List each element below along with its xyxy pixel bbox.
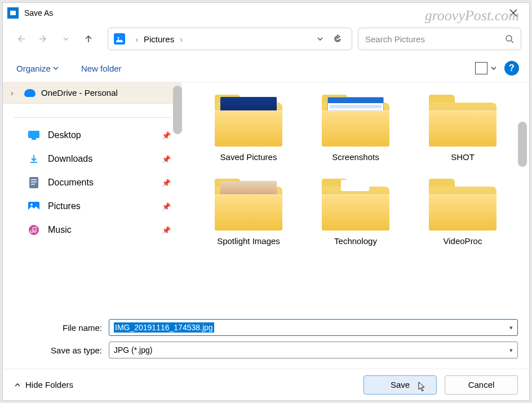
cancel-label: Cancel: [468, 380, 495, 389]
folder-saved-pictures[interactable]: Saved Pictures: [198, 92, 299, 162]
folder-technology[interactable]: Technology: [305, 176, 406, 246]
folder-label: SHOT: [451, 152, 475, 162]
chevron-right-icon: ›: [11, 88, 19, 98]
savetype-label: Save as type:: [14, 346, 109, 355]
chevron-down-icon[interactable]: ▾: [509, 324, 513, 331]
path-dropdown[interactable]: [311, 36, 329, 42]
pin-icon: 📌: [162, 179, 171, 187]
divider: [14, 117, 171, 118]
pictures-icon: [28, 200, 40, 212]
svg-rect-9: [31, 181, 37, 183]
chevron-right-icon: ›: [130, 34, 144, 44]
close-icon: [509, 9, 517, 17]
organize-label: Organize: [16, 64, 51, 73]
svg-rect-10: [31, 184, 35, 185]
toolbar: Organize New folder ?: [3, 55, 529, 82]
sidebar: › OneDrive - Personal Desktop 📌 Download…: [3, 82, 182, 311]
refresh-icon: [333, 34, 342, 43]
search-placeholder: Search Pictures: [365, 34, 505, 44]
arrow-right-icon: [38, 34, 48, 44]
svg-point-12: [30, 203, 33, 206]
chevron-right-icon: ›: [174, 34, 188, 44]
folder-view: Saved Pictures Screenshots: [182, 82, 529, 311]
svg-rect-7: [29, 177, 38, 188]
folder-icon: [322, 92, 389, 147]
sidebar-item-label: Documents: [48, 178, 94, 188]
sidebar-scrollbar[interactable]: [173, 86, 182, 134]
folder-spotlight-images[interactable]: Spotlight Images: [198, 176, 299, 246]
hide-folders-label: Hide Folders: [25, 380, 73, 389]
new-folder-button[interactable]: New folder: [78, 61, 125, 76]
sidebar-item-music[interactable]: Music 📌: [3, 218, 182, 242]
savetype-value: JPG (*.jpg): [114, 346, 152, 355]
download-icon: [28, 153, 40, 165]
folder-icon: [322, 176, 389, 231]
onedrive-label: OneDrive - Personal: [41, 88, 118, 98]
svg-point-4: [506, 36, 512, 41]
filename-label: File name:: [14, 323, 109, 333]
pin-icon: 📌: [162, 131, 171, 140]
chevron-down-icon: [491, 65, 496, 71]
sidebar-item-label: Pictures: [48, 201, 81, 211]
filename-input[interactable]: IMG_20191116_174538.jpg ▾: [109, 319, 518, 336]
arrow-left-icon: [16, 34, 26, 44]
path-segment[interactable]: Pictures: [144, 34, 174, 44]
folder-grid: Saved Pictures Screenshots: [182, 82, 529, 256]
save-label: Save: [391, 380, 410, 389]
svg-rect-5: [28, 131, 39, 138]
chevron-down-icon: [317, 36, 323, 42]
fields: File name: IMG_20191116_174538.jpg ▾ Sav…: [3, 311, 529, 369]
chevron-down-icon: [53, 65, 59, 71]
folder-screenshots[interactable]: Screenshots: [305, 92, 406, 162]
sidebar-item-label: Downloads: [48, 154, 92, 164]
address-bar[interactable]: › Pictures ›: [108, 28, 352, 50]
main-scrollbar[interactable]: [518, 122, 527, 167]
hide-folders-button[interactable]: Hide Folders: [14, 380, 73, 389]
sidebar-item-downloads[interactable]: Downloads 📌: [3, 147, 182, 171]
sidebar-item-label: Desktop: [48, 130, 81, 140]
recent-dropdown[interactable]: [56, 29, 76, 49]
close-button[interactable]: [502, 5, 525, 21]
folder-label: Saved Pictures: [220, 152, 277, 162]
chevron-down-icon: [63, 36, 69, 42]
folder-label: Screenshots: [332, 152, 379, 162]
savetype-select[interactable]: JPG (*.jpg) ▾: [109, 342, 518, 358]
nav-row: › Pictures › Search Pictures: [3, 23, 529, 55]
sidebar-item-documents[interactable]: Documents 📌: [3, 171, 182, 194]
folder-label: Technology: [334, 236, 377, 246]
arrow-up-icon: [83, 34, 94, 44]
organize-menu[interactable]: Organize: [13, 61, 62, 76]
folder-icon: [429, 176, 496, 231]
forward-button[interactable]: [33, 29, 54, 49]
sidebar-item-onedrive[interactable]: › OneDrive - Personal: [3, 82, 182, 104]
svg-point-3: [118, 37, 119, 39]
search-box[interactable]: Search Pictures: [358, 28, 521, 50]
back-button[interactable]: [11, 29, 31, 49]
footer: Hide Folders Save Cancel: [3, 369, 529, 400]
document-icon: [28, 176, 40, 189]
folder-label: VideoProc: [444, 236, 482, 246]
svg-point-13: [29, 225, 39, 235]
search-icon: [505, 34, 514, 43]
view-mode-button[interactable]: [475, 62, 496, 74]
cancel-button[interactable]: Cancel: [445, 375, 518, 395]
body: › OneDrive - Personal Desktop 📌 Download…: [3, 82, 529, 311]
help-button[interactable]: ?: [504, 61, 519, 76]
refresh-button[interactable]: [329, 29, 346, 49]
sidebar-item-desktop[interactable]: Desktop 📌: [3, 123, 182, 147]
view-icon: [475, 62, 487, 74]
folder-icon: [215, 92, 282, 147]
cursor-icon: [418, 382, 426, 392]
sidebar-item-pictures[interactable]: Pictures 📌: [3, 194, 182, 218]
folder-videoproc[interactable]: VideoProc: [412, 176, 513, 246]
chevron-down-icon[interactable]: ▾: [509, 347, 513, 354]
pin-icon: 📌: [162, 155, 171, 163]
folder-shot[interactable]: SHOT: [412, 92, 513, 162]
folder-label: Spotlight Images: [217, 236, 280, 246]
pin-icon: 📌: [162, 202, 171, 211]
save-button[interactable]: Save: [363, 375, 437, 395]
app-icon: [7, 7, 19, 19]
window-title: Save As: [24, 8, 53, 17]
up-button[interactable]: [78, 29, 99, 49]
sidebar-item-label: Music: [48, 225, 72, 235]
